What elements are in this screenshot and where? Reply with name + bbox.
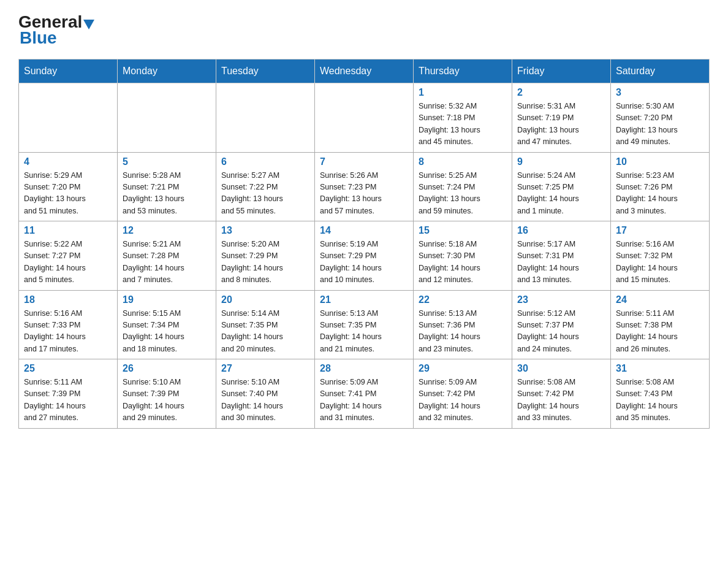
calendar-cell: 15Sunrise: 5:18 AMSunset: 7:30 PMDayligh… — [414, 221, 512, 291]
day-info: Sunrise: 5:19 AMSunset: 7:29 PMDaylight:… — [320, 239, 408, 286]
day-info: Sunrise: 5:17 AMSunset: 7:31 PMDaylight:… — [517, 239, 605, 286]
weekday-header-thursday: Thursday — [414, 59, 512, 83]
day-number: 30 — [517, 363, 605, 374]
calendar-cell — [118, 83, 216, 153]
day-info: Sunrise: 5:21 AMSunset: 7:28 PMDaylight:… — [123, 239, 211, 286]
day-info: Sunrise: 5:29 AMSunset: 7:20 PMDaylight:… — [24, 170, 112, 218]
week-row-1: 1Sunrise: 5:32 AMSunset: 7:18 PMDaylight… — [19, 83, 710, 153]
weekday-header-tuesday: Tuesday — [216, 59, 315, 83]
calendar-cell: 13Sunrise: 5:20 AMSunset: 7:29 PMDayligh… — [216, 221, 315, 291]
day-number: 25 — [24, 363, 112, 374]
day-number: 24 — [616, 294, 704, 305]
day-number: 1 — [419, 87, 507, 98]
weekday-header-row: SundayMondayTuesdayWednesdayThursdayFrid… — [19, 59, 710, 83]
calendar-cell: 10Sunrise: 5:23 AMSunset: 7:26 PMDayligh… — [611, 152, 710, 221]
calendar-cell: 14Sunrise: 5:19 AMSunset: 7:29 PMDayligh… — [315, 221, 414, 291]
day-info: Sunrise: 5:12 AMSunset: 7:37 PMDaylight:… — [517, 308, 605, 356]
day-number: 2 — [517, 87, 605, 98]
day-number: 6 — [221, 156, 309, 167]
calendar-cell: 4Sunrise: 5:29 AMSunset: 7:20 PMDaylight… — [19, 152, 118, 221]
day-number: 18 — [24, 294, 112, 305]
weekday-header-wednesday: Wednesday — [315, 59, 414, 83]
day-info: Sunrise: 5:16 AMSunset: 7:32 PMDaylight:… — [616, 239, 704, 286]
day-info: Sunrise: 5:14 AMSunset: 7:35 PMDaylight:… — [221, 308, 309, 356]
calendar-cell: 11Sunrise: 5:22 AMSunset: 7:27 PMDayligh… — [19, 221, 118, 291]
day-number: 19 — [123, 294, 211, 305]
week-row-2: 4Sunrise: 5:29 AMSunset: 7:20 PMDaylight… — [19, 152, 710, 221]
day-number: 15 — [419, 225, 507, 236]
day-info: Sunrise: 5:10 AMSunset: 7:39 PMDaylight:… — [123, 377, 211, 424]
week-row-4: 18Sunrise: 5:16 AMSunset: 7:33 PMDayligh… — [19, 290, 710, 359]
calendar-cell: 30Sunrise: 5:08 AMSunset: 7:42 PMDayligh… — [512, 359, 611, 429]
day-info: Sunrise: 5:15 AMSunset: 7:34 PMDaylight:… — [123, 308, 211, 356]
calendar-cell: 18Sunrise: 5:16 AMSunset: 7:33 PMDayligh… — [19, 290, 118, 359]
day-info: Sunrise: 5:11 AMSunset: 7:39 PMDaylight:… — [24, 377, 112, 424]
logo: General Blue — [18, 12, 94, 48]
calendar-cell — [315, 83, 414, 153]
day-number: 17 — [616, 225, 704, 236]
weekday-header-saturday: Saturday — [611, 59, 710, 83]
page-header: General Blue — [18, 12, 710, 48]
calendar-cell: 7Sunrise: 5:26 AMSunset: 7:23 PMDaylight… — [315, 152, 414, 221]
week-row-5: 25Sunrise: 5:11 AMSunset: 7:39 PMDayligh… — [19, 359, 710, 429]
day-number: 31 — [616, 363, 704, 374]
day-number: 20 — [221, 294, 309, 305]
calendar-cell: 23Sunrise: 5:12 AMSunset: 7:37 PMDayligh… — [512, 290, 611, 359]
day-number: 27 — [221, 363, 309, 374]
day-number: 5 — [123, 156, 211, 167]
day-info: Sunrise: 5:31 AMSunset: 7:19 PMDaylight:… — [517, 101, 605, 148]
calendar-cell: 25Sunrise: 5:11 AMSunset: 7:39 PMDayligh… — [19, 359, 118, 429]
day-info: Sunrise: 5:08 AMSunset: 7:43 PMDaylight:… — [616, 377, 704, 424]
calendar-cell: 1Sunrise: 5:32 AMSunset: 7:18 PMDaylight… — [414, 83, 512, 153]
calendar-cell: 22Sunrise: 5:13 AMSunset: 7:36 PMDayligh… — [414, 290, 512, 359]
calendar-cell: 2Sunrise: 5:31 AMSunset: 7:19 PMDaylight… — [512, 83, 611, 153]
day-number: 26 — [123, 363, 211, 374]
calendar-cell: 21Sunrise: 5:13 AMSunset: 7:35 PMDayligh… — [315, 290, 414, 359]
calendar-cell: 28Sunrise: 5:09 AMSunset: 7:41 PMDayligh… — [315, 359, 414, 429]
weekday-header-sunday: Sunday — [19, 59, 118, 83]
day-info: Sunrise: 5:13 AMSunset: 7:35 PMDaylight:… — [320, 308, 408, 356]
day-number: 29 — [419, 363, 507, 374]
day-number: 11 — [24, 225, 112, 236]
calendar-cell: 8Sunrise: 5:25 AMSunset: 7:24 PMDaylight… — [414, 152, 512, 221]
day-number: 3 — [616, 87, 704, 98]
day-number: 22 — [419, 294, 507, 305]
calendar-cell: 20Sunrise: 5:14 AMSunset: 7:35 PMDayligh… — [216, 290, 315, 359]
day-number: 7 — [320, 156, 408, 167]
day-number: 13 — [221, 225, 309, 236]
day-info: Sunrise: 5:11 AMSunset: 7:38 PMDaylight:… — [616, 308, 704, 356]
calendar-table: SundayMondayTuesdayWednesdayThursdayFrid… — [18, 59, 710, 429]
day-number: 28 — [320, 363, 408, 374]
calendar-cell: 12Sunrise: 5:21 AMSunset: 7:28 PMDayligh… — [118, 221, 216, 291]
calendar-cell: 16Sunrise: 5:17 AMSunset: 7:31 PMDayligh… — [512, 221, 611, 291]
calendar-cell: 19Sunrise: 5:15 AMSunset: 7:34 PMDayligh… — [118, 290, 216, 359]
calendar-cell: 6Sunrise: 5:27 AMSunset: 7:22 PMDaylight… — [216, 152, 315, 221]
day-number: 8 — [419, 156, 507, 167]
day-info: Sunrise: 5:09 AMSunset: 7:41 PMDaylight:… — [320, 377, 408, 424]
calendar-cell — [19, 83, 118, 153]
day-info: Sunrise: 5:30 AMSunset: 7:20 PMDaylight:… — [616, 101, 704, 148]
day-info: Sunrise: 5:27 AMSunset: 7:22 PMDaylight:… — [221, 170, 309, 218]
calendar-cell: 29Sunrise: 5:09 AMSunset: 7:42 PMDayligh… — [414, 359, 512, 429]
day-info: Sunrise: 5:13 AMSunset: 7:36 PMDaylight:… — [419, 308, 507, 356]
day-info: Sunrise: 5:08 AMSunset: 7:42 PMDaylight:… — [517, 377, 605, 424]
calendar-cell: 26Sunrise: 5:10 AMSunset: 7:39 PMDayligh… — [118, 359, 216, 429]
day-info: Sunrise: 5:16 AMSunset: 7:33 PMDaylight:… — [24, 308, 112, 356]
weekday-header-monday: Monday — [118, 59, 216, 83]
day-info: Sunrise: 5:28 AMSunset: 7:21 PMDaylight:… — [123, 170, 211, 218]
day-number: 23 — [517, 294, 605, 305]
day-number: 9 — [517, 156, 605, 167]
day-number: 4 — [24, 156, 112, 167]
week-row-3: 11Sunrise: 5:22 AMSunset: 7:27 PMDayligh… — [19, 221, 710, 291]
day-info: Sunrise: 5:20 AMSunset: 7:29 PMDaylight:… — [221, 239, 309, 286]
day-number: 12 — [123, 225, 211, 236]
day-info: Sunrise: 5:23 AMSunset: 7:26 PMDaylight:… — [616, 170, 704, 218]
calendar-cell: 3Sunrise: 5:30 AMSunset: 7:20 PMDaylight… — [611, 83, 710, 153]
day-info: Sunrise: 5:09 AMSunset: 7:42 PMDaylight:… — [419, 377, 507, 424]
day-info: Sunrise: 5:24 AMSunset: 7:25 PMDaylight:… — [517, 170, 605, 218]
day-info: Sunrise: 5:22 AMSunset: 7:27 PMDaylight:… — [24, 239, 112, 286]
calendar-cell: 31Sunrise: 5:08 AMSunset: 7:43 PMDayligh… — [611, 359, 710, 429]
calendar-cell: 17Sunrise: 5:16 AMSunset: 7:32 PMDayligh… — [611, 221, 710, 291]
day-number: 21 — [320, 294, 408, 305]
calendar-cell: 5Sunrise: 5:28 AMSunset: 7:21 PMDaylight… — [118, 152, 216, 221]
